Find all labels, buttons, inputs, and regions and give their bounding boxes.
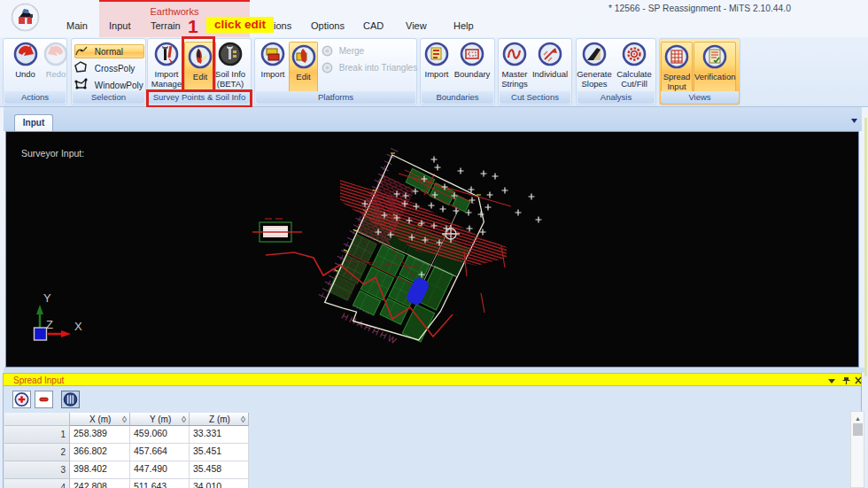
svg-text:X: X <box>74 320 82 333</box>
svg-text:Z: Z <box>46 318 53 331</box>
svg-text:Y: Y <box>43 291 51 305</box>
